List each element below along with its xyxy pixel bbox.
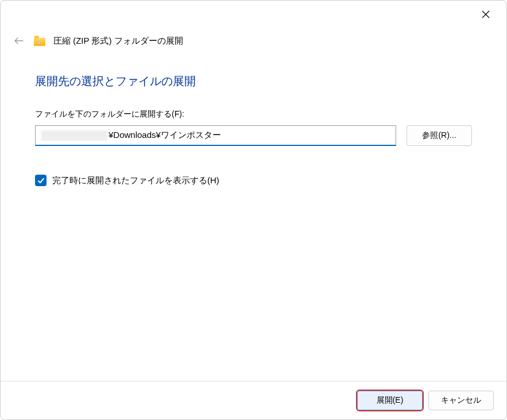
- dialog-title: 圧縮 (ZIP 形式) フォルダーの展開: [53, 36, 183, 47]
- close-icon: [482, 10, 490, 18]
- path-field-label: ファイルを下のフォルダーに展開する(F):: [35, 109, 472, 120]
- path-visible-text: ¥Downloads¥ワインポスター: [109, 130, 221, 141]
- extract-button[interactable]: 展開(E): [357, 391, 423, 410]
- zip-folder-icon: [34, 36, 45, 46]
- back-button[interactable]: [12, 34, 26, 48]
- dialog-content: 展開先の選択とファイルの展開 ファイルを下のフォルダーに展開する(F): ¥Do…: [1, 48, 506, 381]
- back-arrow-icon: [14, 36, 24, 46]
- browse-button[interactable]: 参照(R)...: [407, 125, 472, 146]
- dialog-header: 圧縮 (ZIP 形式) フォルダーの展開: [1, 1, 506, 48]
- show-files-checkbox[interactable]: [35, 175, 47, 186]
- cancel-button[interactable]: キャンセル: [428, 391, 494, 410]
- show-files-checkbox-row: 完了時に展開されたファイルを表示する(H): [35, 175, 472, 186]
- main-heading: 展開先の選択とファイルの展開: [35, 74, 472, 89]
- show-files-checkbox-label: 完了時に展開されたファイルを表示する(H): [52, 175, 219, 186]
- close-button[interactable]: [473, 5, 498, 24]
- extract-wizard-dialog: 圧縮 (ZIP 形式) フォルダーの展開 展開先の選択とファイルの展開 ファイル…: [0, 0, 507, 420]
- destination-path-input[interactable]: ¥Downloads¥ワインポスター: [35, 125, 396, 146]
- dialog-footer: 展開(E) キャンセル: [1, 381, 506, 419]
- redacted-path-prefix: [41, 130, 107, 141]
- checkmark-icon: [37, 177, 45, 184]
- path-row: ¥Downloads¥ワインポスター 参照(R)...: [35, 125, 472, 146]
